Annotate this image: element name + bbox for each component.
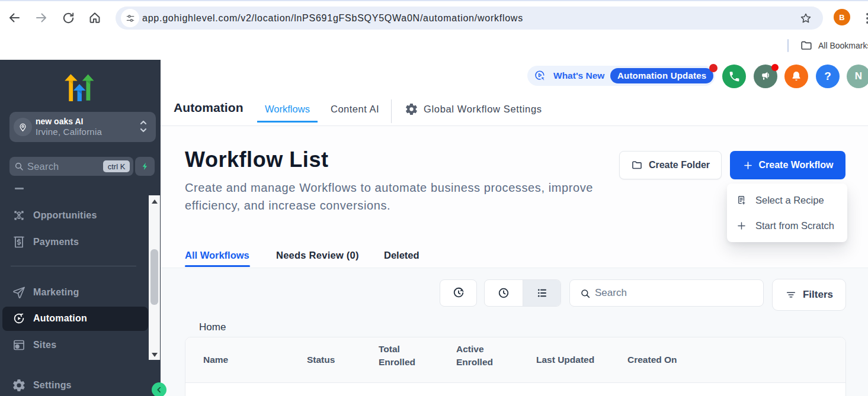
help-button[interactable]: ? [816, 65, 840, 88]
gear-icon [405, 102, 418, 116]
sidebar-item-opportunities[interactable]: Opportunities [0, 206, 148, 225]
search-icon [14, 162, 24, 171]
browser-profile-avatar[interactable]: B [834, 9, 850, 25]
sidebar-item-payments[interactable]: Payments [0, 233, 148, 252]
column-header-status[interactable]: Status [307, 355, 335, 365]
url-bar[interactable]: app.gohighlevel.com/v2/location/lnPS691g… [116, 7, 823, 30]
column-header-last-updated[interactable]: Last Updated [536, 355, 594, 365]
forward-arrow-icon [34, 11, 49, 25]
bookmark-star-button[interactable] [799, 12, 812, 25]
execution-logs-button[interactable] [440, 279, 477, 307]
sidebar-divider [11, 266, 136, 266]
site-info-button[interactable] [121, 9, 139, 27]
tab-all-workflows-underline [185, 265, 250, 267]
notifications-button[interactable] [784, 65, 808, 88]
sidebar-item-settings[interactable]: Settings [0, 376, 148, 395]
settings-gear-icon [12, 378, 26, 392]
whats-new-pill[interactable]: What's New Automation Updates [527, 66, 715, 86]
user-avatar[interactable]: N [847, 65, 868, 88]
tab-content-ai[interactable]: Content AI [331, 98, 379, 121]
description-line-2: efficiency, and increase conversions. [185, 197, 593, 215]
table-header-row: Name Status Total Enrolled Active Enroll… [185, 337, 845, 383]
scrolled-item-stub [15, 188, 24, 189]
sidebar-search-placeholder: Search [27, 157, 59, 176]
workflow-list-title: Workflow List [185, 147, 329, 172]
tune-icon [125, 13, 136, 24]
scrollbar-up-arrow-icon[interactable] [152, 199, 158, 204]
list-icon [535, 286, 549, 300]
browser-home-button[interactable] [87, 10, 103, 25]
browser-chrome: app.gohighlevel.com/v2/location/lnPS691g… [0, 0, 868, 60]
scrollbar-thumb[interactable] [150, 249, 158, 305]
create-workflow-button[interactable]: Create Workflow [730, 151, 845, 179]
lightning-icon [140, 162, 150, 171]
tab-workflows[interactable]: Workflows [257, 98, 318, 121]
column-header-name[interactable]: Name [203, 355, 228, 365]
sidebar-item-sites[interactable]: Sites [0, 336, 148, 355]
workflow-search-input[interactable]: Search [569, 279, 764, 307]
sidebar-item-marketing[interactable]: Marketing [0, 283, 148, 302]
global-workflow-settings-button[interactable]: Global Workflow Settings [405, 98, 542, 121]
menu-item-start-from-scratch[interactable]: Start from Scratch [727, 213, 847, 238]
app-window: new oaks AI Irvine, California Search ct… [0, 60, 868, 396]
tab-workflows-underline [257, 121, 318, 123]
marketing-icon [12, 285, 26, 300]
sidebar-collapse-button[interactable] [152, 382, 166, 396]
megaphone-icon [759, 70, 772, 83]
account-name: new oaks AI [36, 117, 83, 126]
plus-icon [736, 220, 747, 231]
search-icon [580, 288, 591, 299]
list-view-button[interactable] [523, 280, 560, 306]
user-avatar-initial: N [855, 70, 862, 82]
tab-deleted[interactable]: Deleted [384, 249, 419, 262]
filters-button[interactable]: Filters [772, 279, 846, 311]
announcements-button[interactable] [754, 65, 777, 88]
global-workflow-settings-label: Global Workflow Settings [424, 104, 542, 115]
workflow-list-header: Workflow List Create and manage Workflow… [161, 126, 868, 268]
recent-view-button[interactable] [485, 280, 523, 306]
breadcrumb-home[interactable]: Home [199, 321, 226, 333]
whats-new-label: What's New [553, 66, 604, 86]
account-switch-chevrons-icon [139, 117, 148, 137]
automation-icon [12, 311, 26, 326]
column-header-active-enrolled[interactable]: Active Enrolled [456, 343, 501, 368]
sidebar-scrollbar[interactable] [149, 195, 160, 360]
gohighlevel-logo [64, 73, 97, 101]
whats-new-notification-dot [709, 64, 718, 72]
create-workflow-menu: Select a Recipe Start from Scratch [727, 183, 847, 242]
sidebar: new oaks AI Irvine, California Search ct… [0, 60, 161, 396]
sidebar-search-input[interactable]: Search ctrl K [9, 157, 133, 176]
page-header: What's New Automation Updates [161, 60, 868, 126]
header-tab-divider [391, 99, 392, 123]
column-header-total-enrolled[interactable]: Total Enrolled [379, 343, 424, 368]
menu-item-select-recipe[interactable]: Select a Recipe [727, 188, 847, 213]
account-location: Irvine, California [36, 127, 102, 137]
column-header-created-on[interactable]: Created On [627, 355, 677, 365]
sidebar-item-automation[interactable]: Automation [0, 309, 148, 328]
screen: app.gohighlevel.com/v2/location/lnPS691g… [0, 0, 868, 396]
create-folder-button[interactable]: Create Folder [619, 151, 722, 179]
browser-forward-button[interactable] [34, 10, 49, 25]
phone-icon [728, 70, 741, 83]
main-content: What's New Automation Updates [161, 60, 868, 396]
automation-updates-badge[interactable]: Automation Updates [610, 68, 713, 83]
tab-all-workflows[interactable]: All Workflows [185, 249, 249, 262]
bookmarks-bar: All Bookmarks [0, 33, 868, 60]
reload-icon [62, 11, 75, 25]
account-switcher[interactable]: new oaks AI Irvine, California [9, 112, 156, 142]
logo-arrows [65, 74, 94, 101]
phone-button[interactable] [722, 65, 746, 88]
url-text: app.gohighlevel.com/v2/location/lnPS691g… [142, 7, 523, 30]
search-shortcut-badge: ctrl K [103, 160, 130, 172]
browser-reload-button[interactable] [60, 10, 76, 25]
location-pin-icon [14, 118, 32, 136]
browser-back-button[interactable] [7, 10, 22, 25]
quick-actions-button[interactable] [135, 157, 155, 176]
workflow-list-body: Search Filters Home Name Status Total En… [161, 268, 868, 396]
payments-icon [12, 235, 26, 249]
tab-needs-review[interactable]: Needs Review (0) [276, 249, 359, 262]
scrollbar-down-arrow-icon[interactable] [152, 353, 158, 357]
filters-label: Filters [803, 289, 833, 301]
all-bookmarks-button[interactable]: All Bookmarks [818, 33, 868, 60]
workflow-table: Name Status Total Enrolled Active Enroll… [185, 337, 846, 396]
